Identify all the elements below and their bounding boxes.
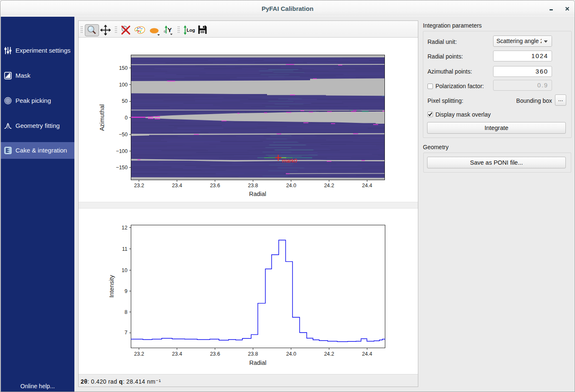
svg-text:24.2: 24.2	[324, 351, 334, 357]
svg-text:23.6: 23.6	[210, 351, 220, 357]
svg-text:9: 9	[125, 288, 127, 294]
svg-text:10: 10	[122, 267, 127, 273]
svg-text:23.2: 23.2	[134, 183, 144, 188]
svg-text:24.4: 24.4	[362, 183, 372, 188]
svg-text:24.0: 24.0	[286, 183, 296, 188]
svg-text:23.4: 23.4	[172, 351, 182, 357]
svg-text:Log: Log	[187, 28, 195, 33]
svg-text:24.2: 24.2	[324, 183, 334, 188]
svg-text:24.4: 24.4	[362, 351, 372, 357]
svg-text:−100: −100	[116, 148, 127, 154]
svg-text:−150: −150	[116, 165, 127, 171]
svg-text:Radial: Radial	[249, 191, 266, 197]
svg-text:24.0: 24.0	[286, 351, 296, 357]
svg-text:23.8: 23.8	[248, 351, 258, 357]
svg-text:50: 50	[122, 98, 128, 104]
svg-text:23.2: 23.2	[134, 351, 144, 357]
svg-text:23.4: 23.4	[172, 183, 182, 188]
svg-text:7: 7	[125, 330, 127, 336]
svg-text:8: 8	[125, 309, 127, 315]
svg-text:mark0: mark0	[282, 158, 298, 164]
svg-text:0: 0	[164, 30, 165, 33]
svg-text:23.8: 23.8	[248, 183, 258, 188]
svg-text:11: 11	[122, 246, 127, 252]
svg-text:Intensity: Intensity	[108, 275, 115, 298]
svg-text:0: 0	[125, 115, 128, 121]
svg-text:100: 100	[119, 82, 128, 88]
svg-text:12: 12	[122, 225, 127, 231]
svg-text:Y: Y	[168, 26, 172, 33]
svg-text:150: 150	[119, 65, 128, 71]
svg-text:−50: −50	[119, 132, 127, 137]
svg-text:Radial: Radial	[249, 359, 266, 366]
svg-text:Azimuthal: Azimuthal	[99, 104, 106, 131]
svg-text:23.6: 23.6	[210, 183, 220, 188]
